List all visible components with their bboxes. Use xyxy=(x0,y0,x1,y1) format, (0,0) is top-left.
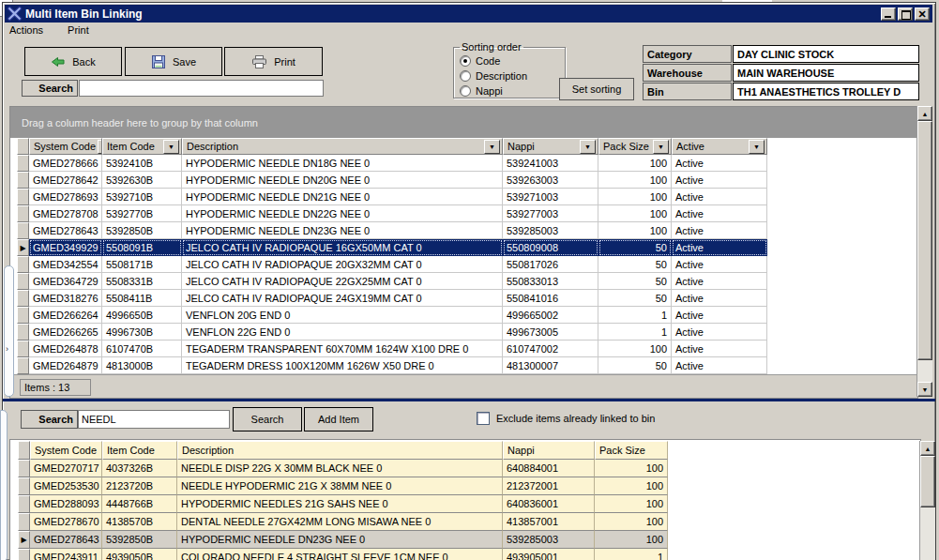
scroll-up-icon[interactable]: ▲ xyxy=(920,441,935,456)
cell[interactable]: GMED253530 xyxy=(30,477,102,495)
table-row[interactable]: ▶GMED3499295508091BJELCO CATH IV RADIOPA… xyxy=(17,239,917,256)
cell[interactable]: 50 xyxy=(598,273,672,290)
set-sorting-button[interactable]: Set sorting xyxy=(559,78,634,100)
cell[interactable]: 550833013 xyxy=(503,273,598,290)
cell[interactable]: 100 xyxy=(598,155,672,172)
maximize-button[interactable] xyxy=(898,8,913,21)
cell[interactable]: 4939050B xyxy=(102,549,177,560)
cell[interactable]: 100 xyxy=(595,477,668,495)
cell[interactable]: GMED278670 xyxy=(30,513,102,531)
cell[interactable]: Active xyxy=(672,256,767,273)
item-search-input[interactable] xyxy=(78,410,230,429)
row-indicator[interactable] xyxy=(18,477,30,495)
cell[interactable]: 100 xyxy=(595,513,668,531)
cell[interactable]: 5392850B xyxy=(102,222,182,239)
table-row[interactable]: GMED2880934448766BHYPODERMIC NEEDLES 21G… xyxy=(18,495,920,513)
cell[interactable]: HYPODERMIC NEEDLE DN23G NEE 0 xyxy=(182,222,503,239)
row-indicator[interactable] xyxy=(17,155,29,172)
cell[interactable]: 539263003 xyxy=(503,172,598,189)
cell[interactable]: 100 xyxy=(595,531,668,549)
cell[interactable]: 50 xyxy=(598,290,672,307)
row-indicator[interactable]: ▶ xyxy=(17,239,29,256)
table-row[interactable]: GMED2648794813000BTEGADERM DRESS 100X120… xyxy=(17,357,917,374)
table-row[interactable]: GMED3425545508171BJELCO CATH IV RADIOPAQ… xyxy=(17,256,917,273)
row-indicator[interactable] xyxy=(18,513,30,531)
cell[interactable]: 100 xyxy=(598,189,672,205)
cell[interactable]: Active xyxy=(672,189,767,205)
column-header[interactable]: Item Code▼ xyxy=(102,138,182,155)
cell[interactable]: TEGADERM DRESS 100X120MM 1626W X50 DRE 0 xyxy=(182,357,503,374)
cell[interactable]: NEEDLE DISP 22G X 30MM BLACK NEE 0 xyxy=(177,460,503,477)
cell[interactable]: Active xyxy=(672,205,767,222)
cell[interactable]: 1 xyxy=(598,324,672,341)
row-indicator[interactable] xyxy=(17,357,29,374)
cell[interactable]: 5392850B xyxy=(102,531,177,549)
cell[interactable]: 50 xyxy=(598,357,672,374)
cell[interactable]: 539285003 xyxy=(503,531,595,549)
save-button[interactable]: Save xyxy=(125,47,222,76)
row-indicator[interactable] xyxy=(18,460,30,477)
table-row[interactable]: GMED2787085392770BHYPODERMIC NEEDLE DN22… xyxy=(17,205,917,222)
column-header[interactable]: System Code xyxy=(30,441,102,460)
cell[interactable]: 1 xyxy=(595,549,668,560)
table-row[interactable]: GMED2648786107470BTEGADERM TRANSPARENT 6… xyxy=(17,341,917,357)
exclude-checkbox-label[interactable]: Exclude items already linked to bin xyxy=(496,413,655,424)
cell[interactable]: GMED266264 xyxy=(29,307,102,324)
cell[interactable]: GMED349929 xyxy=(29,239,102,256)
table-row[interactable]: GMED2535302123720BNEEDLE HYPODERMIC 21G … xyxy=(18,477,920,495)
cell[interactable]: HYPODERMIC NEEDLE DN20G NEE 0 xyxy=(182,172,503,189)
radio-nappi-icon[interactable] xyxy=(460,85,471,97)
table-row[interactable]: GMED2786665392410BHYPODERMIC NEEDLE DN18… xyxy=(17,155,917,172)
row-indicator[interactable] xyxy=(17,341,29,357)
cell[interactable]: 640836001 xyxy=(503,495,595,513)
cell[interactable]: 539241003 xyxy=(503,155,598,172)
table-row[interactable]: GMED2707174037326BNEEDLE DISP 22G X 30MM… xyxy=(18,460,920,477)
cell[interactable]: GMED342554 xyxy=(29,256,102,273)
cell[interactable]: 5508171B xyxy=(102,256,182,273)
column-header[interactable]: System Code▼ xyxy=(29,138,102,155)
cell[interactable]: 100 xyxy=(595,460,668,477)
cell[interactable]: 5392630B xyxy=(102,172,182,189)
cell[interactable]: 100 xyxy=(598,172,672,189)
cell[interactable]: 1 xyxy=(598,307,672,324)
row-indicator[interactable] xyxy=(17,273,29,290)
cell[interactable]: GMED278666 xyxy=(29,155,102,172)
close-button[interactable]: ✕ xyxy=(915,8,930,21)
cell[interactable]: HYPODERMIC NEEDLE DN18G NEE 0 xyxy=(182,155,503,172)
table-row[interactable]: GMED2786704138570BDENTAL NEEDLE 27GX42MM… xyxy=(18,513,920,531)
table-row[interactable]: ▶GMED2786435392850BHYPODERMIC NEEDLE DN2… xyxy=(18,531,920,549)
cell[interactable]: 539271003 xyxy=(503,189,598,205)
linked-grid-scrollbar[interactable]: ▲ ▼ xyxy=(916,106,932,397)
cell[interactable]: JELCO CATH IV RADIOPAQUE 16GX50MM CAT 0 xyxy=(182,239,503,256)
cell[interactable]: Active xyxy=(672,155,767,172)
print-button[interactable]: Print xyxy=(224,47,323,76)
cell[interactable]: 499665002 xyxy=(503,307,598,324)
row-indicator[interactable] xyxy=(17,324,29,341)
cell[interactable]: 6107470B xyxy=(102,341,182,357)
cell[interactable]: Active xyxy=(672,222,767,239)
menu-print[interactable]: Print xyxy=(66,24,91,38)
row-indicator[interactable] xyxy=(17,222,29,239)
filter-dropdown-icon[interactable]: ▼ xyxy=(580,140,596,154)
cell[interactable]: 5508411B xyxy=(102,290,182,307)
cell[interactable]: 100 xyxy=(598,222,672,239)
cell[interactable]: TEGADERM TRANSPARENT 60X70MM 1624W X100 … xyxy=(182,341,503,357)
row-indicator[interactable] xyxy=(17,205,29,222)
exclude-checkbox[interactable] xyxy=(477,412,490,425)
filter-dropdown-icon[interactable]: ▼ xyxy=(653,140,669,154)
table-row[interactable]: GMED2786935392710BHYPODERMIC NEEDLE DN21… xyxy=(17,189,917,205)
cell[interactable]: GMED278643 xyxy=(30,531,102,549)
cell[interactable]: GMED266265 xyxy=(29,324,102,341)
cell[interactable]: GMED288093 xyxy=(30,495,102,513)
column-header[interactable]: Pack Size xyxy=(595,441,668,460)
radio-code-icon[interactable] xyxy=(460,55,471,67)
cell[interactable]: JELCO CATH IV RADIOPAQUE 20GX32MM CAT 0 xyxy=(182,256,503,273)
column-header[interactable]: Active▼ xyxy=(672,138,767,155)
cell[interactable]: HYPODERMIC NEEDLE DN21G NEE 0 xyxy=(182,189,503,205)
cell[interactable]: DENTAL NEEDLE 27GX42MM LONG MISAWA NEE 0 xyxy=(177,513,503,531)
cell[interactable]: 100 xyxy=(595,495,668,513)
cell[interactable]: 550809008 xyxy=(503,239,598,256)
available-grid-scrollbar[interactable]: ▲ xyxy=(919,441,935,560)
cell[interactable]: 4996730B xyxy=(102,324,182,341)
table-row[interactable]: GMED2662654996730BVENFLON 22G END 049967… xyxy=(17,324,917,341)
